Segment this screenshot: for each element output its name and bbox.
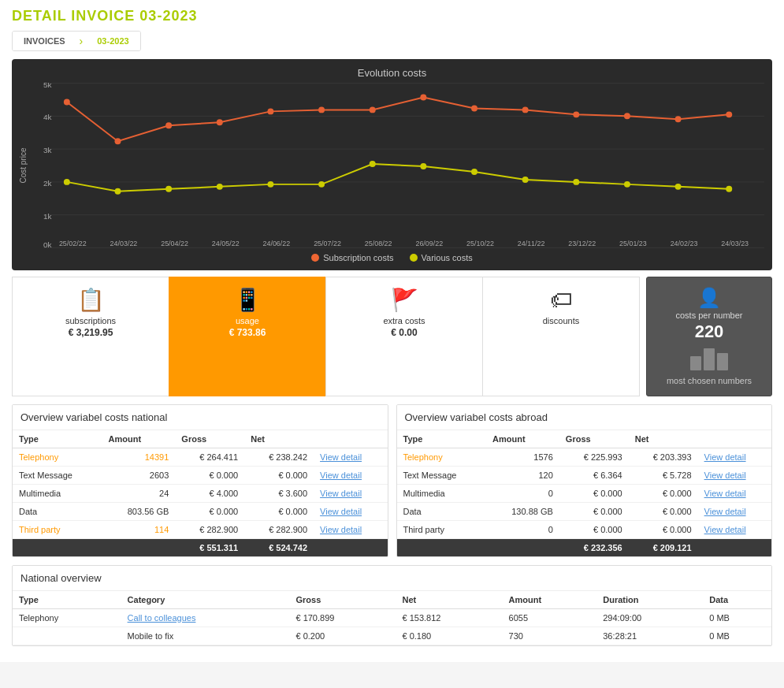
tile-extra-costs[interactable]: 🚩 extra costs € 0.00: [325, 277, 482, 396]
national-table-title: Overview variabel costs national: [13, 405, 388, 430]
no-gross-1: € 0.200: [289, 627, 396, 645]
national-col-action: [314, 430, 387, 448]
chart-legend: Subscription costs Various costs: [20, 253, 764, 262]
abroad-amount-1: 120: [486, 467, 559, 485]
usage-icon: 📱: [177, 287, 318, 313]
national-footer: € 551.311 € 524.742: [13, 539, 388, 557]
no-net-1: € 0.180: [396, 627, 503, 645]
breadcrumb-date[interactable]: 03-2023: [86, 32, 139, 50]
no-net-0: € 153.812: [396, 609, 503, 627]
no-col-net: Net: [396, 591, 503, 609]
national-col-gross: Gross: [175, 430, 244, 448]
tables-row: Overview variabel costs national Type Am…: [12, 404, 772, 557]
most-chosen-label: most chosen numbers: [667, 376, 752, 385]
tile-usage[interactable]: 📱 usage € 733.86: [169, 277, 325, 396]
subscriptions-value: € 3,219.95: [69, 327, 113, 338]
abroad-link-1[interactable]: View detail: [698, 467, 771, 485]
national-footer-gross: € 551.311: [175, 539, 244, 557]
svg-point-51: [624, 181, 630, 188]
abroad-type-1: Text Message: [397, 467, 487, 485]
abroad-row: Text Message 120 € 6.364 € 5.728 View de…: [397, 467, 772, 485]
no-category-0[interactable]: Call to colleagues: [121, 609, 290, 627]
usage-label: usage: [177, 316, 318, 325]
svg-text:24/02/23: 24/02/23: [671, 240, 698, 247]
abroad-row: Multimedia 0 € 0.000 € 0.000 View detail: [397, 485, 772, 503]
no-col-duration: Duration: [596, 591, 703, 609]
abroad-footer-empty: [698, 539, 771, 557]
breadcrumb: INVOICES › 03-2023: [12, 31, 141, 51]
national-col-net: Net: [244, 430, 314, 448]
abroad-net-3: € 0.000: [629, 503, 698, 521]
national-gross-2: € 4.000: [175, 485, 244, 503]
legend-subscription-label: Subscription costs: [323, 253, 393, 262]
national-link-4[interactable]: View detail: [314, 521, 387, 539]
national-net-1: € 0.000: [244, 467, 314, 485]
abroad-table: Type Amount Gross Net Telephony 1576 € 2…: [397, 430, 772, 556]
abroad-link-0[interactable]: View detail: [698, 448, 771, 467]
abroad-link-4[interactable]: View detail: [698, 521, 771, 539]
national-link-2[interactable]: View detail: [314, 485, 387, 503]
national-footer-net: € 524.742: [244, 539, 314, 557]
svg-text:24/03/23: 24/03/23: [721, 240, 749, 247]
abroad-col-type: Type: [397, 430, 487, 448]
national-row: Data 803.56 GB € 0.000 € 0.000 View deta…: [13, 503, 388, 521]
abroad-link-3[interactable]: View detail: [698, 503, 771, 521]
national-link-1[interactable]: View detail: [314, 467, 387, 485]
extra-costs-icon: 🚩: [334, 287, 474, 313]
abroad-table-title: Overview variabel costs abroad: [397, 405, 772, 430]
svg-point-46: [370, 161, 376, 167]
chart-title: Evolution costs: [20, 67, 764, 79]
no-col-category: Category: [121, 591, 290, 609]
national-link-0[interactable]: View detail: [314, 448, 387, 467]
national-net-3: € 0.000: [244, 503, 314, 521]
abroad-amount-4: 0: [486, 521, 559, 539]
abroad-link-2[interactable]: View detail: [698, 485, 771, 503]
svg-point-32: [370, 106, 376, 113]
svg-text:25/10/22: 25/10/22: [466, 240, 494, 247]
national-amount-0: 14391: [102, 448, 176, 467]
svg-text:23/12/22: 23/12/22: [568, 240, 596, 247]
abroad-gross-0: € 225.993: [559, 448, 629, 467]
no-category-1: Mobile to fix: [121, 627, 290, 645]
svg-text:24/06/22: 24/06/22: [262, 240, 290, 247]
legend-various-label: Various costs: [422, 253, 473, 262]
svg-point-34: [471, 105, 477, 111]
abroad-type-4: Third party: [397, 521, 487, 539]
abroad-type-2: Multimedia: [397, 485, 487, 503]
svg-point-49: [522, 177, 529, 183]
national-link-3[interactable]: View detail: [314, 503, 387, 521]
abroad-net-2: € 0.000: [629, 485, 698, 503]
svg-text:26/09/22: 26/09/22: [415, 240, 443, 247]
national-row: Text Message 2603 € 0.000 € 0.000 View d…: [13, 467, 388, 485]
no-data-0: 0 MB: [703, 609, 771, 627]
svg-text:2k: 2k: [43, 179, 52, 188]
svg-point-41: [115, 188, 121, 195]
svg-text:24/11/22: 24/11/22: [518, 240, 545, 247]
breadcrumb-separator: ›: [76, 35, 87, 47]
costs-per-number-label: costs per number: [655, 311, 764, 320]
breadcrumb-invoices[interactable]: INVOICES: [13, 32, 76, 50]
svg-text:0k: 0k: [43, 240, 52, 248]
no-gross-0: € 170.899: [289, 609, 396, 627]
abroad-footer-net: € 209.121: [629, 539, 698, 557]
national-amount-2: 24: [102, 485, 176, 503]
subscriptions-icon: 📋: [20, 287, 161, 313]
national-overview-title: National overview: [13, 566, 771, 591]
bar-2: [704, 348, 715, 370]
no-duration-1: 36:28:21: [596, 627, 703, 645]
national-row: Telephony 14391 € 264.411 € 238.242 View…: [13, 448, 388, 467]
abroad-row: Data 130.88 GB € 0.000 € 0.000 View deta…: [397, 503, 772, 521]
no-type-0: Telephony: [13, 609, 121, 627]
no-duration-0: 294:09:00: [596, 609, 703, 627]
tile-discounts[interactable]: 🏷 discounts: [482, 277, 640, 396]
no-amount-0: 6055: [503, 609, 597, 627]
tile-costs-per-number[interactable]: 👤 costs per number 220 most chosen numbe…: [646, 277, 772, 396]
abroad-type-0: Telephony: [397, 448, 487, 467]
tile-subscriptions[interactable]: 📋 subscriptions € 3,219.95: [12, 277, 169, 396]
national-amount-3: 803.56 GB: [102, 503, 176, 521]
subscriptions-label: subscriptions: [20, 316, 161, 325]
national-net-2: € 3.600: [244, 485, 314, 503]
svg-point-38: [675, 116, 682, 122]
abroad-col-action: [698, 430, 771, 448]
abroad-gross-4: € 0.000: [559, 521, 629, 539]
